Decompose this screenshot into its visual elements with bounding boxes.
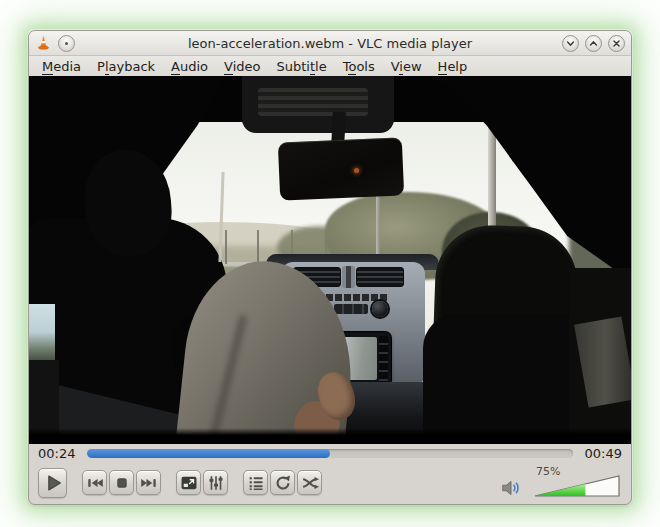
minimize-button[interactable] [562, 35, 579, 52]
vlc-cone-icon [35, 35, 52, 52]
volume-control: 75% [500, 465, 620, 501]
dash-air-vent [356, 267, 404, 287]
seek-row: 00:24 00:49 [29, 444, 631, 463]
scene-lamp-post [257, 230, 259, 264]
controls-row: 75% [29, 463, 631, 504]
pin-button[interactable] [58, 35, 75, 52]
menu-item-audio[interactable]: Audio [163, 59, 216, 74]
time-elapsed: 00:24 [38, 446, 75, 461]
menu-item-video[interactable]: Video [216, 59, 268, 74]
fullscreen-button[interactable] [176, 470, 201, 495]
speaker-icon[interactable] [500, 477, 522, 497]
menu-item-subtitle[interactable]: Subtitle [268, 59, 334, 74]
window-title: leon-acceleration.webm - VLC media playe… [29, 36, 631, 51]
maximize-button[interactable] [585, 35, 602, 52]
playlist-button[interactable] [243, 470, 268, 495]
play-button[interactable] [38, 468, 67, 498]
video-area[interactable] [29, 76, 631, 444]
dash-climate-buttons [334, 304, 368, 314]
seek-bar[interactable] [87, 449, 572, 458]
equalizer-icon [206, 473, 226, 493]
scene-left-window [29, 304, 55, 366]
menu-item-view[interactable]: View [383, 59, 430, 74]
menu-bar: MediaPlaybackAudioVideoSubtitleToolsView… [29, 56, 631, 76]
chevron-down-icon [564, 37, 577, 50]
seek-fill [87, 449, 330, 458]
chevron-up-icon [587, 37, 600, 50]
menu-item-tools[interactable]: Tools [335, 59, 383, 74]
scene-bottom-shadow [29, 428, 631, 444]
volume-slider[interactable] [534, 474, 620, 498]
skip-back-icon [85, 473, 105, 493]
next-button[interactable] [136, 470, 161, 495]
skip-forward-icon [139, 473, 159, 493]
dash-climate-knob [372, 301, 388, 317]
menu-item-media[interactable]: Media [34, 59, 89, 74]
mirror-reflection-dot [354, 168, 359, 173]
shuffle-button[interactable] [297, 470, 322, 495]
pin-icon [65, 42, 68, 45]
loop-button[interactable] [270, 470, 295, 495]
extended-settings-button[interactable] [203, 470, 228, 495]
time-duration: 00:49 [585, 446, 622, 461]
window-buttons [556, 35, 625, 52]
close-button[interactable] [608, 35, 625, 52]
play-icon [41, 471, 65, 495]
menu-item-playback[interactable]: Playback [89, 59, 163, 74]
nav-side-buttons [379, 336, 388, 382]
overhead-console-vent [258, 88, 368, 116]
previous-button[interactable] [82, 470, 107, 495]
stop-icon [112, 473, 132, 493]
vlc-window: leon-acceleration.webm - VLC media playe… [28, 30, 632, 505]
rear-view-mirror [278, 137, 404, 200]
window-titlebar[interactable]: leon-acceleration.webm - VLC media playe… [29, 31, 631, 56]
shuffle-icon [300, 473, 320, 493]
transport-buttons [38, 468, 324, 498]
menu-item-help[interactable]: Help [430, 59, 476, 74]
dash-vent-divider [342, 266, 355, 288]
scene-lamp-post [225, 230, 227, 264]
stop-button[interactable] [109, 470, 134, 495]
fullscreen-icon [179, 473, 199, 493]
playlist-icon [246, 473, 266, 493]
loop-icon [273, 473, 293, 493]
close-icon [610, 37, 623, 50]
